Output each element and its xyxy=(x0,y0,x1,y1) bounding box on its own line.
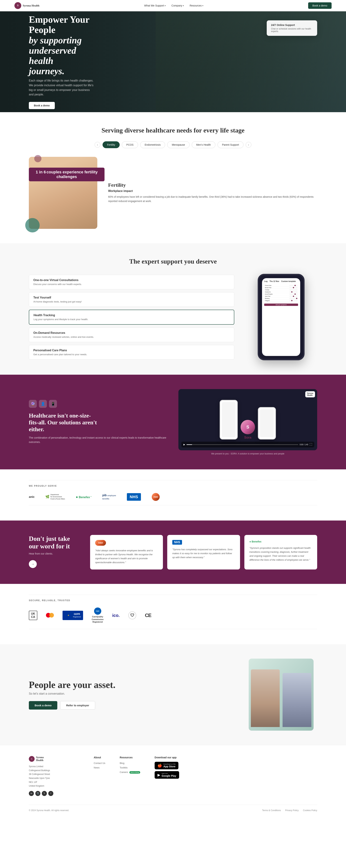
nav-links: What We Support ▾ Company ▾ Resources ▾ xyxy=(144,4,203,7)
footer-contact-us-link[interactable]: Contact Us xyxy=(94,762,105,765)
feature-desc: Access medically reviewed articles, onli… xyxy=(33,336,230,338)
tabs-prev-button[interactable]: ‹ xyxy=(95,142,100,148)
badge-shield: 🛡 xyxy=(128,612,136,619)
footer-news-link[interactable]: News xyxy=(94,766,105,769)
symptom-row-headache: Headache xyxy=(265,291,297,293)
cta-book-demo-button[interactable]: Book a demo xyxy=(29,701,57,710)
serve-label: WE PROUDLY SERVE xyxy=(29,485,317,487)
testimonials-cards: Advi "Advi always seeks innovative emplo… xyxy=(90,535,317,569)
personalise-icon: 🔮 xyxy=(29,400,37,408)
video-phone-short xyxy=(258,407,276,439)
solutions-description: The combination of personalisation, tech… xyxy=(29,436,168,444)
twitter-icon[interactable]: 𝕏 xyxy=(42,791,47,796)
app-store-button[interactable]: 🍎 Download on the App Store xyxy=(154,762,179,769)
feature-desc: Discuss your concerns with our health ex… xyxy=(33,283,230,285)
add-symptoms-button[interactable]: Add your symptoms xyxy=(264,304,298,306)
cta-refer-employer-button[interactable]: Refer to employer xyxy=(60,701,95,710)
person-1-silhouette xyxy=(251,670,280,727)
phone-device: Log Thu 12 Nov Custom template Period Pa… xyxy=(258,274,305,360)
logo-icon: S xyxy=(15,2,21,9)
navigation: S Syrona Health What We Support ▾ Compan… xyxy=(0,0,346,11)
video-progress-bar[interactable] xyxy=(186,444,298,445)
testimonial-card-advi: Advi "Advi always seeks innovative emplo… xyxy=(90,535,163,569)
google-play-button[interactable]: ▶ Get it on Google Play xyxy=(154,771,179,779)
footer-brand: S SyronaHealth Syrona Limited Collingwoo… xyxy=(29,756,79,796)
logo-text: Syrona Health xyxy=(23,4,39,7)
symptom-row-bloating: Bloating xyxy=(265,298,297,300)
hero-section: Empower Your People by supporting unders… xyxy=(0,11,346,112)
testimonial-card-benefex: ● Benefex "Syrona's proposition stands o… xyxy=(244,535,317,569)
apple-icon: 🍎 xyxy=(157,764,162,768)
phone-screen-inner-2 xyxy=(260,409,274,437)
video-syrona-logo: SyronaHealth xyxy=(305,391,315,397)
facebook-icon[interactable]: f xyxy=(48,791,53,796)
symptom-row-cramps: Cramps xyxy=(265,289,297,291)
symptom-row-acne: Acne/Pimples xyxy=(265,293,297,295)
footer-blog-link[interactable]: Blog xyxy=(120,762,140,765)
tabs-next-button[interactable]: › xyxy=(246,142,251,148)
fertility-text-column: Fertility Workplace impact 60% of employ… xyxy=(108,182,317,204)
accent-pink-circle xyxy=(34,155,41,162)
tab-parent-support[interactable]: Parent Support xyxy=(218,141,243,148)
testimonial-card-nhs: NHS "Syrona has completely surpassed our… xyxy=(167,535,240,569)
video-time: 0:00 / 1:40 xyxy=(300,444,308,445)
terms-conditions-link[interactable]: Terms & Conditions xyxy=(262,809,281,812)
badge-ico: ico. xyxy=(112,613,120,618)
logo[interactable]: S Syrona Health xyxy=(15,2,39,9)
footer-careers-link[interactable]: Careers We're hiring xyxy=(120,771,140,773)
footer-about-column: About Contact Us News xyxy=(94,756,105,796)
hero-card-title: 24/7 Online Support xyxy=(271,24,313,27)
fullscreen-icon[interactable]: ⛶ xyxy=(310,443,312,446)
privacy-policy-link[interactable]: Privacy Policy xyxy=(285,809,299,812)
linkedin-icon[interactable]: in xyxy=(29,791,34,796)
cta-subtitle: So let's start a conversation. xyxy=(29,692,231,695)
expert-phone-mockup: Log Thu 12 Nov Custom template Period Pa… xyxy=(245,274,317,360)
secure-section: SECURE, RELIABLE, TRUSTED UKCA ★ GDPRReg… xyxy=(0,584,346,644)
feature-title: One-to-one Virtual Consultations xyxy=(33,279,230,282)
feature-virtual-consultations[interactable]: One-to-one Virtual Consultations Discuss… xyxy=(29,275,234,289)
expert-content: One-to-one Virtual Consultations Discuss… xyxy=(29,274,317,360)
hero-book-demo-button[interactable]: Book a demo xyxy=(29,102,55,109)
footer-toolkits-link[interactable]: Toolkits xyxy=(120,766,140,769)
footer-bottom: © 2024 Syrona Health. All rights reserve… xyxy=(29,805,317,812)
footer-app-title: Download our app xyxy=(154,756,179,759)
video-caption: We present to you - SORA: A solution to … xyxy=(178,453,317,455)
badge-ukca: UKCA xyxy=(29,611,37,620)
logo-anic: anic xyxy=(29,495,35,499)
testimonials-content: Don't just take our word for it Hear fro… xyxy=(29,535,317,569)
video-phones: S Sora xyxy=(220,400,276,439)
feature-desc: Log your symptoms and lifestyle to track… xyxy=(33,318,230,321)
nav-book-demo-button[interactable]: Book a demo xyxy=(308,2,332,9)
feature-personalised-care[interactable]: Personalised Care Plans Get a personalis… xyxy=(29,345,234,360)
tab-menopause[interactable]: Menopause xyxy=(167,141,190,148)
fertility-subtitle: Workplace impact xyxy=(108,189,317,193)
tab-endometriosis[interactable]: Endometriosis xyxy=(140,141,165,148)
testimonials-next-button[interactable]: → xyxy=(29,560,37,568)
nav-company[interactable]: Company ▾ xyxy=(171,4,184,7)
tab-pcos[interactable]: PCOS xyxy=(122,141,138,148)
footer-logo: S SyronaHealth xyxy=(29,756,79,762)
nav-what-we-support[interactable]: What We Support ▾ xyxy=(144,4,166,7)
tab-fertility[interactable]: Fertility xyxy=(103,141,120,148)
hero-content: Empower Your People by supporting unders… xyxy=(0,14,122,109)
feature-desc: Get a personalised care plan tailored to… xyxy=(33,353,230,356)
nav-resources[interactable]: Resources ▾ xyxy=(190,4,203,7)
symptom-row-breast: Breast Pain xyxy=(265,287,297,289)
footer-about-title: About xyxy=(94,756,105,759)
google-play-icon: ▶ xyxy=(157,773,160,777)
feature-on-demand-resources[interactable]: On-Demand Resources Access medically rev… xyxy=(29,328,234,342)
cookies-policy-link[interactable]: Cookies Policy xyxy=(303,809,317,812)
expert-section: The expert support you deserve One-to-on… xyxy=(0,243,346,375)
feature-test-yourself[interactable]: Test Yourself At-home diagnostic tests, … xyxy=(29,292,234,307)
footer-app-column: Download our app 🍎 Download on the App S… xyxy=(154,756,179,796)
play-button[interactable]: ▶ xyxy=(183,443,185,446)
tab-mens-health[interactable]: Men's Health xyxy=(192,141,215,148)
testimonial-text-nhs: "Syrona has completely surpassed our exp… xyxy=(172,548,235,559)
instagram-icon[interactable]: 📷 xyxy=(35,791,40,796)
badge-cqc: CQC CareQualityCommissionRegistered xyxy=(92,608,104,623)
badge-cards xyxy=(46,613,54,618)
copyright-text: © 2024 Syrona Health. All rights reserve… xyxy=(29,809,69,812)
app-store-sub-label: Download on the xyxy=(164,763,176,765)
person-icon: 👤 xyxy=(39,400,47,408)
feature-health-tracking[interactable]: Health Tracking Log your symptoms and li… xyxy=(29,310,234,324)
